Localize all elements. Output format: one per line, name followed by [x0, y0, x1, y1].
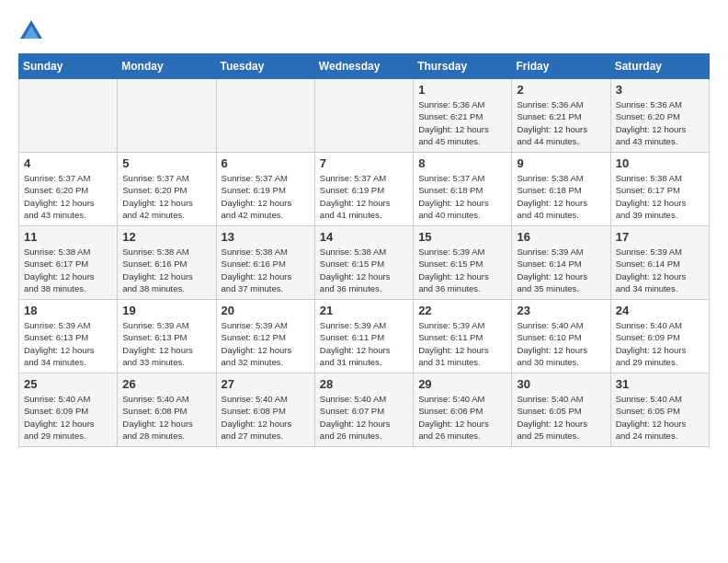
header-thursday: Thursday — [414, 54, 512, 79]
day-number: 24 — [616, 304, 704, 317]
calendar-cell — [314, 79, 413, 153]
calendar-cell — [19, 79, 118, 153]
calendar-cell: 14Sunrise: 5:38 AM Sunset: 6:15 PM Dayli… — [314, 226, 413, 300]
day-info: Sunrise: 5:39 AM Sunset: 6:12 PM Dayligh… — [222, 319, 310, 368]
calendar-cell: 28Sunrise: 5:40 AM Sunset: 6:07 PM Dayli… — [314, 373, 413, 447]
calendar-week-row: 25Sunrise: 5:40 AM Sunset: 6:09 PM Dayli… — [19, 373, 710, 447]
day-info: Sunrise: 5:38 AM Sunset: 6:18 PM Dayligh… — [517, 172, 605, 221]
day-number: 19 — [122, 304, 210, 317]
day-number: 6 — [222, 156, 310, 170]
day-number: 12 — [122, 230, 210, 244]
day-info: Sunrise: 5:40 AM Sunset: 6:08 PM Dayligh… — [222, 393, 310, 442]
day-number: 8 — [418, 156, 506, 170]
day-number: 23 — [517, 304, 605, 317]
calendar-week-row: 4Sunrise: 5:37 AM Sunset: 6:20 PM Daylig… — [19, 153, 710, 226]
header-saturday: Saturday — [610, 54, 709, 79]
day-info: Sunrise: 5:38 AM Sunset: 6:17 PM Dayligh… — [24, 246, 112, 294]
day-info: Sunrise: 5:40 AM Sunset: 6:08 PM Dayligh… — [122, 393, 210, 442]
header-tuesday: Tuesday — [216, 54, 314, 79]
calendar-cell: 25Sunrise: 5:40 AM Sunset: 6:09 PM Dayli… — [19, 373, 118, 447]
day-info: Sunrise: 5:39 AM Sunset: 6:11 PM Dayligh… — [418, 319, 506, 368]
calendar-cell: 15Sunrise: 5:39 AM Sunset: 6:15 PM Dayli… — [414, 226, 512, 300]
logo — [18, 18, 48, 44]
calendar-cell: 19Sunrise: 5:39 AM Sunset: 6:13 PM Dayli… — [118, 300, 216, 373]
calendar-table: SundayMondayTuesdayWednesdayThursdayFrid… — [18, 53, 710, 447]
day-info: Sunrise: 5:39 AM Sunset: 6:14 PM Dayligh… — [616, 246, 704, 294]
calendar-cell: 21Sunrise: 5:39 AM Sunset: 6:11 PM Dayli… — [314, 300, 413, 373]
calendar-week-row: 1Sunrise: 5:36 AM Sunset: 6:21 PM Daylig… — [19, 79, 710, 153]
day-number: 31 — [616, 377, 704, 391]
day-number: 15 — [418, 230, 506, 244]
day-number: 22 — [418, 304, 506, 317]
day-info: Sunrise: 5:39 AM Sunset: 6:11 PM Dayligh… — [320, 319, 408, 368]
day-info: Sunrise: 5:36 AM Sunset: 6:20 PM Dayligh… — [616, 98, 704, 147]
day-number: 27 — [222, 377, 310, 391]
calendar-cell: 7Sunrise: 5:37 AM Sunset: 6:19 PM Daylig… — [314, 153, 413, 226]
day-number: 4 — [24, 156, 112, 170]
header-monday: Monday — [118, 54, 216, 79]
page-header — [18, 18, 710, 44]
day-number: 7 — [320, 156, 408, 170]
day-info: Sunrise: 5:36 AM Sunset: 6:21 PM Dayligh… — [517, 98, 605, 147]
day-number: 17 — [616, 230, 704, 244]
calendar-cell: 26Sunrise: 5:40 AM Sunset: 6:08 PM Dayli… — [118, 373, 216, 447]
day-number: 26 — [122, 377, 210, 391]
calendar-cell: 18Sunrise: 5:39 AM Sunset: 6:13 PM Dayli… — [19, 300, 118, 373]
day-number: 14 — [320, 230, 408, 244]
calendar-cell: 4Sunrise: 5:37 AM Sunset: 6:20 PM Daylig… — [19, 153, 118, 226]
day-number: 18 — [24, 304, 112, 317]
day-info: Sunrise: 5:40 AM Sunset: 6:09 PM Dayligh… — [24, 393, 112, 442]
calendar-cell: 13Sunrise: 5:38 AM Sunset: 6:16 PM Dayli… — [216, 226, 314, 300]
day-info: Sunrise: 5:38 AM Sunset: 6:15 PM Dayligh… — [320, 246, 408, 294]
calendar-cell: 5Sunrise: 5:37 AM Sunset: 6:20 PM Daylig… — [118, 153, 216, 226]
day-number: 21 — [320, 304, 408, 317]
calendar-cell: 8Sunrise: 5:37 AM Sunset: 6:18 PM Daylig… — [414, 153, 512, 226]
day-number: 25 — [24, 377, 112, 391]
calendar-cell — [216, 79, 314, 153]
header-wednesday: Wednesday — [314, 54, 413, 79]
day-info: Sunrise: 5:39 AM Sunset: 6:13 PM Dayligh… — [24, 319, 112, 368]
calendar-cell: 16Sunrise: 5:39 AM Sunset: 6:14 PM Dayli… — [512, 226, 610, 300]
day-info: Sunrise: 5:39 AM Sunset: 6:14 PM Dayligh… — [517, 246, 605, 294]
logo-icon — [18, 18, 44, 44]
calendar-cell: 17Sunrise: 5:39 AM Sunset: 6:14 PM Dayli… — [610, 226, 709, 300]
calendar-cell: 27Sunrise: 5:40 AM Sunset: 6:08 PM Dayli… — [216, 373, 314, 447]
calendar-cell: 6Sunrise: 5:37 AM Sunset: 6:19 PM Daylig… — [216, 153, 314, 226]
calendar-cell: 10Sunrise: 5:38 AM Sunset: 6:17 PM Dayli… — [610, 153, 709, 226]
day-number: 5 — [122, 156, 210, 170]
day-number: 30 — [517, 377, 605, 391]
header-sunday: Sunday — [19, 54, 118, 79]
day-info: Sunrise: 5:37 AM Sunset: 6:19 PM Dayligh… — [222, 172, 310, 221]
calendar-cell: 1Sunrise: 5:36 AM Sunset: 6:21 PM Daylig… — [414, 79, 512, 153]
calendar-cell: 22Sunrise: 5:39 AM Sunset: 6:11 PM Dayli… — [414, 300, 512, 373]
calendar-cell: 29Sunrise: 5:40 AM Sunset: 6:06 PM Dayli… — [414, 373, 512, 447]
calendar-cell: 3Sunrise: 5:36 AM Sunset: 6:20 PM Daylig… — [610, 79, 709, 153]
day-number: 1 — [418, 83, 506, 97]
day-info: Sunrise: 5:37 AM Sunset: 6:18 PM Dayligh… — [418, 172, 506, 221]
day-info: Sunrise: 5:38 AM Sunset: 6:16 PM Dayligh… — [222, 246, 310, 294]
day-info: Sunrise: 5:40 AM Sunset: 6:06 PM Dayligh… — [418, 393, 506, 442]
calendar-week-row: 11Sunrise: 5:38 AM Sunset: 6:17 PM Dayli… — [19, 226, 710, 300]
calendar-cell: 11Sunrise: 5:38 AM Sunset: 6:17 PM Dayli… — [19, 226, 118, 300]
calendar-cell: 12Sunrise: 5:38 AM Sunset: 6:16 PM Dayli… — [118, 226, 216, 300]
day-info: Sunrise: 5:40 AM Sunset: 6:10 PM Dayligh… — [517, 319, 605, 368]
day-info: Sunrise: 5:40 AM Sunset: 6:07 PM Dayligh… — [320, 393, 408, 442]
calendar-header-row: SundayMondayTuesdayWednesdayThursdayFrid… — [19, 54, 710, 79]
day-info: Sunrise: 5:37 AM Sunset: 6:20 PM Dayligh… — [122, 172, 210, 221]
header-friday: Friday — [512, 54, 610, 79]
day-info: Sunrise: 5:37 AM Sunset: 6:19 PM Dayligh… — [320, 172, 408, 221]
day-info: Sunrise: 5:38 AM Sunset: 6:17 PM Dayligh… — [616, 172, 704, 221]
day-number: 11 — [24, 230, 112, 244]
day-info: Sunrise: 5:40 AM Sunset: 6:05 PM Dayligh… — [517, 393, 605, 442]
day-info: Sunrise: 5:38 AM Sunset: 6:16 PM Dayligh… — [122, 246, 210, 294]
calendar-cell: 31Sunrise: 5:40 AM Sunset: 6:05 PM Dayli… — [610, 373, 709, 447]
day-info: Sunrise: 5:37 AM Sunset: 6:20 PM Dayligh… — [24, 172, 112, 221]
calendar-cell: 9Sunrise: 5:38 AM Sunset: 6:18 PM Daylig… — [512, 153, 610, 226]
day-number: 29 — [418, 377, 506, 391]
day-number: 10 — [616, 156, 704, 170]
calendar-cell: 30Sunrise: 5:40 AM Sunset: 6:05 PM Dayli… — [512, 373, 610, 447]
day-info: Sunrise: 5:40 AM Sunset: 6:05 PM Dayligh… — [616, 393, 704, 442]
calendar-week-row: 18Sunrise: 5:39 AM Sunset: 6:13 PM Dayli… — [19, 300, 710, 373]
day-info: Sunrise: 5:39 AM Sunset: 6:15 PM Dayligh… — [418, 246, 506, 294]
day-number: 2 — [517, 83, 605, 97]
